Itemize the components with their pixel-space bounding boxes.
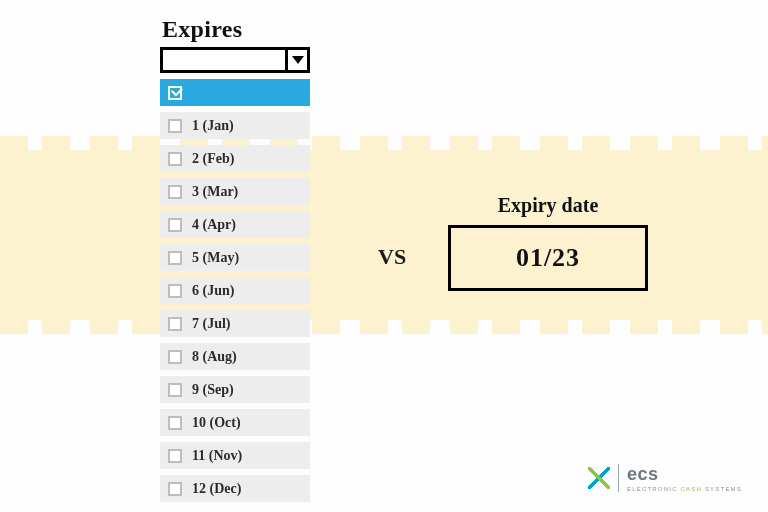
checkbox-icon (168, 185, 182, 199)
ecs-logo-sub-post: SYSTEMS (702, 486, 742, 492)
expires-option[interactable]: 5 (May) (160, 244, 310, 271)
caret-down-icon (292, 56, 304, 64)
expires-option[interactable]: 12 (Dec) (160, 475, 310, 502)
expires-option-label: 12 (Dec) (192, 481, 241, 497)
checkbox-icon (168, 383, 182, 397)
expires-option[interactable]: 6 (Jun) (160, 277, 310, 304)
checkbox-icon (168, 119, 182, 133)
expires-option[interactable]: 9 (Sep) (160, 376, 310, 403)
checkbox-icon (168, 218, 182, 232)
expires-option[interactable]: 7 (Jul) (160, 310, 310, 337)
expires-option[interactable]: 2 (Feb) (160, 145, 310, 172)
expires-option-label: 6 (Jun) (192, 283, 234, 299)
ecs-logo-text: ecs ELECTRONIC CASH SYSTEMS (627, 465, 742, 492)
expiry-value-box: 01/23 (448, 225, 648, 291)
expires-option-label: 9 (Sep) (192, 382, 234, 398)
expires-title: Expires (160, 16, 310, 47)
expiry-title: Expiry date (448, 194, 648, 217)
expiry-panel: Expiry date 01/23 (448, 194, 648, 291)
checkbox-icon (168, 86, 182, 100)
expiry-value: 01/23 (516, 243, 580, 273)
expires-option[interactable]: 11 (Nov) (160, 442, 310, 469)
expires-combobox[interactable] (160, 47, 310, 73)
vs-label: VS (378, 244, 406, 270)
ecs-logo-sub-accent: CASH (681, 486, 702, 492)
expires-option[interactable]: 8 (Aug) (160, 343, 310, 370)
expires-option[interactable]: 10 (Oct) (160, 409, 310, 436)
checkbox-icon (168, 251, 182, 265)
ecs-logo-subtitle: ELECTRONIC CASH SYSTEMS (627, 486, 742, 492)
expires-option-label: 1 (Jan) (192, 118, 234, 134)
logo-divider (618, 464, 619, 492)
expires-option-label: 3 (Mar) (192, 184, 238, 200)
expires-option[interactable]: 3 (Mar) (160, 178, 310, 205)
expires-option[interactable]: 4 (Apr) (160, 211, 310, 238)
checkbox-icon (168, 350, 182, 364)
checkbox-icon (168, 416, 182, 430)
expires-combobox-field[interactable] (163, 50, 285, 70)
checkbox-icon (168, 152, 182, 166)
ecs-logo-brand: ecs (627, 465, 742, 483)
ecs-logo-sub-pre: ELECTRONIC (627, 486, 681, 492)
ecs-logo: ecs ELECTRONIC CASH SYSTEMS (588, 464, 742, 492)
expires-option-label: 2 (Feb) (192, 151, 234, 167)
expires-combobox-caret-button[interactable] (285, 50, 307, 70)
expires-option-label: 11 (Nov) (192, 448, 242, 464)
expires-option-label: 8 (Aug) (192, 349, 237, 365)
ecs-logo-mark-icon (588, 467, 610, 489)
expires-option-label: 5 (May) (192, 250, 239, 266)
expires-option-label: 7 (Jul) (192, 316, 231, 332)
checkbox-icon (168, 284, 182, 298)
expires-option-label: 4 (Apr) (192, 217, 236, 233)
checkbox-icon (168, 449, 182, 463)
checkbox-icon (168, 482, 182, 496)
expires-option[interactable]: 1 (Jan) (160, 112, 310, 139)
checkbox-icon (168, 317, 182, 331)
expires-option-label: 10 (Oct) (192, 415, 241, 431)
expires-panel: Expires 1 (Jan) 2 (Feb) 3 (Mar) 4 (Apr) (160, 16, 310, 502)
expires-option-blank[interactable] (160, 79, 310, 106)
